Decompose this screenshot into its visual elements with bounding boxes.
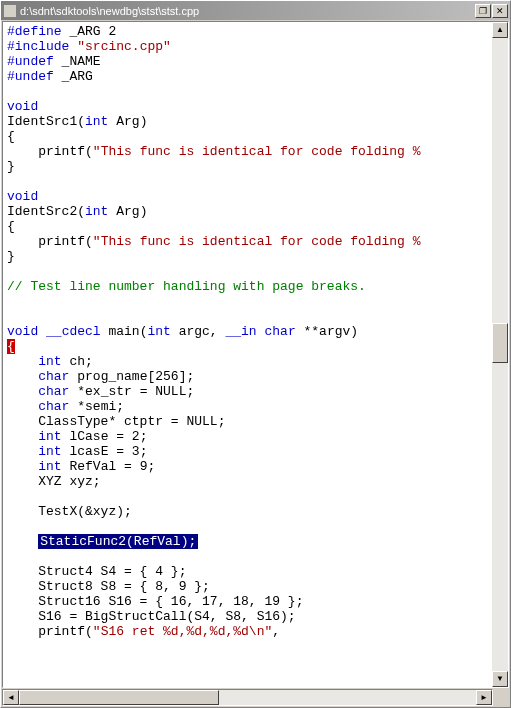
code-token: #undef: [7, 69, 54, 84]
scrollbar-corner: [493, 689, 509, 706]
code-token: ch;: [62, 354, 93, 369]
code-token: int: [147, 324, 170, 339]
scroll-down-button[interactable]: ▼: [492, 671, 508, 687]
code-token: lcasE = 3;: [62, 444, 148, 459]
breakpoint-marker: {: [7, 339, 15, 354]
code-token: int: [38, 444, 61, 459]
code-token: Struct16 S16 = { 16, 17, 18, 19 };: [7, 594, 303, 609]
code-token: Arg): [108, 204, 147, 219]
file-icon: [3, 4, 17, 18]
code-token: void: [7, 189, 38, 204]
restore-button[interactable]: ❐: [475, 4, 491, 18]
code-token: IdentSrc2(: [7, 204, 85, 219]
code-token: int: [38, 354, 61, 369]
code-token: #undef: [7, 54, 54, 69]
code-token: prog_name[256];: [69, 369, 194, 384]
code-token: printf(: [7, 234, 93, 249]
code-token: [38, 324, 46, 339]
code-token: void: [7, 99, 38, 114]
editor-window: d:\sdnt\sdktools\newdbg\stst\stst.cpp ❐ …: [0, 0, 511, 708]
code-editor[interactable]: #define _ARG 2 #include "srcinc.cpp" #un…: [3, 22, 492, 687]
content-area: #define _ARG 2 #include "srcinc.cpp" #un…: [2, 21, 509, 688]
code-token: IdentSrc1(: [7, 114, 85, 129]
code-token: _ARG 2: [62, 24, 117, 39]
vertical-scrollbar[interactable]: ▲ ▼: [492, 22, 508, 687]
code-token: S16 = BigStructCall(S4, S8, S16);: [7, 609, 296, 624]
code-token: void: [7, 324, 38, 339]
code-token: argc,: [171, 324, 226, 339]
code-token: Arg): [108, 114, 147, 129]
window-controls: ❐ ✕: [475, 4, 508, 18]
code-token: [257, 324, 265, 339]
code-token: [7, 399, 38, 414]
code-token: *semi;: [69, 399, 124, 414]
code-token: printf(: [7, 624, 93, 639]
code-token: [7, 369, 38, 384]
code-token: __in: [225, 324, 256, 339]
code-token: [7, 459, 38, 474]
code-comment: // Test line number handling with page b…: [7, 279, 366, 294]
bottom-bar: ◄ ►: [2, 689, 509, 706]
code-token: "This func is identical for code folding…: [93, 144, 421, 159]
code-token: lCase = 2;: [62, 429, 148, 444]
code-token: Struct4 S4 = { 4 };: [7, 564, 186, 579]
code-token: "S16 ret %d,%d,%d,%d\n": [93, 624, 272, 639]
code-token: }: [7, 249, 15, 264]
code-token: _NAME: [54, 54, 101, 69]
code-token: int: [85, 204, 108, 219]
code-token: *ex_str = NULL;: [69, 384, 194, 399]
code-token: "This func is identical for code folding…: [93, 234, 421, 249]
horizontal-scrollbar[interactable]: ◄ ►: [2, 689, 493, 706]
code-token: XYZ xyz;: [7, 474, 101, 489]
scroll-right-button[interactable]: ►: [476, 690, 492, 705]
code-token: int: [38, 429, 61, 444]
code-token: char: [38, 369, 69, 384]
code-token: #define: [7, 24, 62, 39]
code-token: int: [85, 114, 108, 129]
titlebar[interactable]: d:\sdnt\sdktools\newdbg\stst\stst.cpp ❐ …: [1, 1, 510, 20]
code-token: Struct8 S8 = { 8, 9 };: [7, 579, 210, 594]
code-token: __cdecl: [46, 324, 101, 339]
code-token: main(: [101, 324, 148, 339]
scroll-up-button[interactable]: ▲: [492, 22, 508, 38]
code-token: RefVal = 9;: [62, 459, 156, 474]
code-token: printf(: [7, 144, 93, 159]
code-token: char: [265, 324, 296, 339]
code-token: ,: [272, 624, 280, 639]
hscroll-thumb[interactable]: [19, 690, 219, 705]
scroll-track[interactable]: [492, 38, 508, 671]
code-token: int: [38, 459, 61, 474]
code-token: [7, 429, 38, 444]
code-token: **argv): [296, 324, 358, 339]
code-token: [7, 534, 38, 549]
close-button[interactable]: ✕: [492, 4, 508, 18]
code-token: {: [7, 219, 15, 234]
code-token: char: [38, 384, 69, 399]
hscroll-track[interactable]: [19, 690, 476, 705]
titlebar-path: d:\sdnt\sdktools\newdbg\stst\stst.cpp: [20, 5, 475, 17]
code-token: "srcinc.cpp": [77, 39, 171, 54]
code-token: }: [7, 159, 15, 174]
code-token: #include: [7, 39, 69, 54]
code-token: _ARG: [54, 69, 93, 84]
scroll-thumb[interactable]: [492, 323, 508, 363]
code-token: [7, 354, 38, 369]
code-token: [7, 384, 38, 399]
code-token: ClassType* ctptr = NULL;: [7, 414, 225, 429]
code-token: {: [7, 129, 15, 144]
current-line-highlight: StaticFunc2(RefVal);: [38, 534, 198, 549]
code-token: TestX(&xyz);: [7, 504, 132, 519]
code-token: [7, 444, 38, 459]
code-token: char: [38, 399, 69, 414]
scroll-left-button[interactable]: ◄: [3, 690, 19, 705]
